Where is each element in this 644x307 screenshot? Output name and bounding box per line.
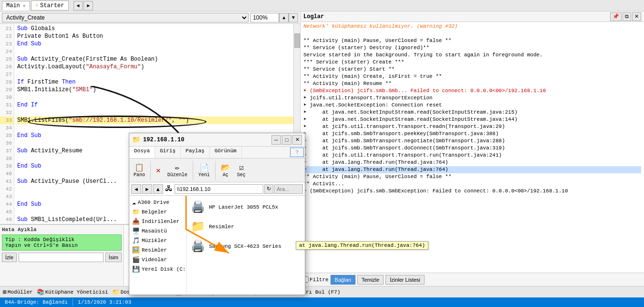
fe-tab-giris[interactable]: Giriş bbox=[155, 147, 181, 158]
log-line: ➤ at java.net.SocketInputStream.read(Soc… bbox=[303, 116, 641, 123]
scroll-left-btn[interactable]: ◄ bbox=[73, 1, 83, 11]
fe-item-printer1[interactable]: 🖨️ HP LaserJet 3055 PCL5x bbox=[189, 199, 302, 215]
tab-main-close[interactable]: ✕ bbox=[23, 3, 26, 9]
fe-title: 192.168.1.10 bbox=[143, 137, 271, 143]
fe-sidebar-videolar[interactable]: 🎬 Videolar bbox=[129, 255, 186, 265]
log-error-line: ➤ (SmbException) jcifs.smb.Smb... Failed… bbox=[303, 87, 641, 95]
fe-tab-paylas[interactable]: Paylaş bbox=[181, 147, 210, 158]
connect-button[interactable]: Bağlan bbox=[331, 275, 355, 285]
indirilenler-label: İndirilenler bbox=[142, 219, 179, 224]
editor-scroll-up[interactable]: ▲ bbox=[279, 13, 289, 22]
muzikler-icon: 🎵 bbox=[132, 237, 140, 244]
fe-tool-delete[interactable]: ✕ bbox=[154, 164, 163, 177]
track-button[interactable]: İzinler Listesi bbox=[385, 275, 425, 285]
fe-tool-sec[interactable]: ☑️ Seç bbox=[235, 161, 248, 179]
muzikler-label: Müzikler bbox=[142, 238, 167, 243]
logs-footer: Filtre Bağlan Temizle İzinler Listesi bbox=[301, 273, 644, 286]
pano-label: Pano bbox=[134, 172, 145, 178]
error-panel: Hata Ayıkla Tip : Kodda Değişiklik Yapın… bbox=[0, 225, 124, 286]
logs-title-text: Loglar bbox=[303, 13, 610, 20]
fe-tool-pano[interactable]: 📋 Pano bbox=[131, 161, 147, 179]
fe-ribbon: Dosya Giriş Paylaş Görünüm ? bbox=[129, 147, 305, 159]
fe-window-controls: ─ □ ✕ bbox=[271, 135, 302, 145]
fe-minimize-btn[interactable]: ─ bbox=[271, 135, 281, 145]
logs-close-btn[interactable]: ✕ bbox=[632, 12, 641, 21]
videolar-label: Videolar bbox=[142, 257, 167, 263]
fe-main-content: 🖨️ HP LaserJet 3055 PCL5x 📁 Resimler 🖨️ … bbox=[187, 196, 305, 295]
fe-sidebar-belgeler[interactable]: 📁 Belgeler bbox=[129, 207, 186, 217]
fe-sidebar-muzikler[interactable]: 🎵 Müzikler bbox=[129, 236, 186, 245]
log-line: ➤ java.net.SocketException: Connection r… bbox=[303, 102, 641, 109]
folder-resimler-icon: 📁 bbox=[191, 220, 205, 233]
a360-icon: ☁️ bbox=[132, 199, 136, 206]
fe-tab-gorunum[interactable]: Görünüm bbox=[210, 147, 242, 158]
log-line: ➤ at jcifs.util.transport.Transport.run(… bbox=[303, 152, 641, 159]
file-explorer-window: 📁 192.168.1.10 ─ □ ✕ Dosya Giriş Paylaş … bbox=[129, 133, 305, 295]
izle-button[interactable]: İzle bbox=[2, 253, 17, 262]
fe-tab-dosya[interactable]: Dosya bbox=[129, 147, 155, 158]
zoom-input[interactable] bbox=[250, 13, 279, 22]
duzenle-label: Düzenle bbox=[167, 172, 187, 178]
log-line: ** Service (starter) Start ** bbox=[303, 66, 641, 73]
log-line: ** Activit... bbox=[303, 180, 641, 188]
clear-button[interactable]: Temizle bbox=[357, 275, 384, 285]
printer1-icon: 🖨️ bbox=[191, 200, 205, 214]
editor-scroll-down[interactable]: ▼ bbox=[289, 13, 298, 22]
logs-content: Network' kütüphanesi kullanılmıyor. (war… bbox=[301, 22, 644, 273]
fe-sidebar-resimler[interactable]: 🖼️ Resimler bbox=[129, 245, 186, 255]
fe-nav-bar: ◄ ► ▲ 🖧 ↻ bbox=[129, 182, 305, 196]
fe-item-printer2[interactable]: 🖨️ Samsung SCX-4623 Series bbox=[189, 238, 302, 254]
filter-label: Filtre bbox=[310, 277, 329, 283]
fe-sidebar-yerel[interactable]: 💾 Yerel Disk (C:) bbox=[129, 265, 186, 274]
a360-label: A360 Drive bbox=[138, 200, 169, 205]
isim-button[interactable]: İsim bbox=[105, 253, 122, 262]
error-input[interactable] bbox=[19, 253, 104, 262]
log-line: *** Service (starter) Create *** bbox=[303, 59, 641, 66]
fe-sidebar-indirilenler[interactable]: 📥 İndirilenler bbox=[129, 217, 186, 226]
fe-window-icon: 📁 bbox=[132, 136, 140, 144]
fe-forward-btn[interactable]: ► bbox=[142, 184, 152, 194]
fe-toolbar: 📋 Pano ✕ ✏️ Düzenle 📄 Yeni 📂 Aç bbox=[129, 159, 305, 182]
function-selector[interactable]: Activity_Create bbox=[2, 13, 249, 22]
fe-search-input[interactable] bbox=[274, 184, 303, 194]
logs-pin-btn[interactable]: 📌 bbox=[610, 12, 622, 21]
belgeler-icon: 📁 bbox=[132, 208, 140, 216]
log-highlight-line: ➤ at java.lang.Thread.run(Thread.java:76… bbox=[303, 166, 641, 173]
status-separator bbox=[73, 299, 73, 306]
fe-refresh-btn[interactable]: ↻ bbox=[264, 184, 273, 194]
scroll-right-btn[interactable]: ► bbox=[83, 1, 93, 11]
tooltip-box: at java.lang.Thread.run(Thread.java:764) bbox=[296, 241, 428, 250]
tab-main[interactable]: Main ✕ bbox=[2, 1, 30, 11]
log-warning-line: Network' kütüphanesi kullanılmıyor. (war… bbox=[303, 23, 641, 30]
fe-sidebar-masaustu[interactable]: 🖥️ Masaüstü bbox=[129, 226, 186, 236]
filter-checkbox-label[interactable]: Filtre bbox=[302, 276, 329, 283]
resimler-label: Resimler bbox=[142, 247, 167, 253]
toolbar-library[interactable]: 📚 Kütüphane Yöneticisi bbox=[37, 288, 108, 296]
fe-close-btn[interactable]: ✕ bbox=[292, 135, 302, 145]
filemanager-icon: 📁 bbox=[112, 288, 120, 296]
log-line: ** Activity (main) Pause, UserClosed = f… bbox=[303, 173, 641, 180]
fe-tool-ac[interactable]: 📂 Aç bbox=[218, 161, 233, 179]
log-line: ➤ at jcifs.smb.SmbTransport.peekKey(SmbT… bbox=[303, 130, 641, 138]
tab-starter[interactable]: ⚡ Starter bbox=[31, 0, 69, 11]
yeni-label: Yeni bbox=[198, 172, 210, 178]
logs-controls: 📌 ⧉ ✕ bbox=[610, 12, 641, 21]
fe-item-resimler[interactable]: 📁 Resimler bbox=[189, 218, 302, 235]
belgeler-label: Belgeler bbox=[142, 209, 167, 215]
fe-up-btn[interactable]: ▲ bbox=[153, 184, 163, 194]
fe-maximize-btn[interactable]: □ bbox=[282, 135, 291, 145]
fe-tool-duzenle[interactable]: ✏️ Düzenle bbox=[165, 161, 190, 179]
fe-tool-yeni[interactable]: 📄 Yeni bbox=[196, 161, 212, 179]
toolbar-modules[interactable]: ⊞ Modüller bbox=[3, 288, 33, 296]
duzenle-icon: ✏️ bbox=[175, 163, 180, 172]
logs-float-btn[interactable]: ⧉ bbox=[623, 12, 631, 21]
fe-path-input[interactable] bbox=[175, 184, 263, 194]
log-line: ➤ (SmbException) jcifs.smb.SmbException:… bbox=[303, 188, 641, 195]
fe-sidebar-a360[interactable]: ☁️ A360 Drive bbox=[129, 198, 186, 207]
fe-back-btn[interactable]: ◄ bbox=[131, 184, 141, 194]
ac-label: Aç bbox=[223, 172, 229, 178]
fe-help-btn[interactable]: ? bbox=[290, 148, 304, 157]
editor-scrollbar-thumb[interactable] bbox=[294, 33, 300, 48]
datetime-status: 1/15/2020 3:21:03 bbox=[76, 299, 133, 305]
modules-label: Modüller bbox=[8, 289, 33, 295]
